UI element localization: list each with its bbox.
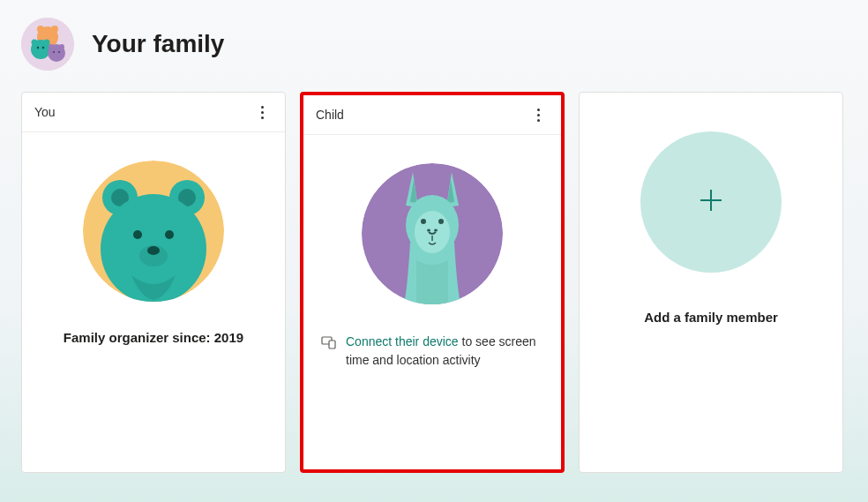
card-title-you: You bbox=[34, 105, 56, 119]
page-header: Your family bbox=[21, 18, 847, 71]
family-card-child: Child bbox=[300, 92, 565, 473]
card-title-child: Child bbox=[316, 108, 344, 122]
connect-device-text: Connect their device to see screen time … bbox=[346, 333, 543, 370]
svg-point-8 bbox=[42, 47, 44, 49]
svg-point-2 bbox=[37, 26, 44, 33]
card-body: Connect their device to see screen time … bbox=[303, 135, 561, 469]
card-body: Family organizer since: 2019 bbox=[22, 132, 285, 472]
card-header: Child bbox=[303, 95, 561, 135]
svg-point-23 bbox=[147, 246, 160, 255]
svg-point-5 bbox=[32, 40, 38, 46]
svg-point-13 bbox=[58, 51, 60, 53]
svg-point-28 bbox=[438, 219, 444, 224]
more-options-button[interactable] bbox=[251, 101, 273, 123]
svg-point-10 bbox=[49, 44, 54, 49]
family-group-avatar bbox=[21, 18, 74, 71]
family-cards-row: You bbox=[21, 92, 847, 473]
you-avatar bbox=[83, 161, 224, 302]
card-body: Add a family member bbox=[580, 93, 842, 472]
page-title: Your family bbox=[92, 30, 224, 58]
card-header: You bbox=[22, 93, 285, 132]
svg-point-29 bbox=[427, 229, 430, 232]
connect-device-link[interactable]: Connect their device bbox=[346, 334, 459, 348]
svg-point-27 bbox=[421, 219, 426, 224]
svg-point-26 bbox=[415, 211, 450, 253]
svg-point-6 bbox=[44, 40, 50, 46]
svg-point-30 bbox=[434, 229, 438, 232]
more-options-button[interactable] bbox=[528, 104, 549, 125]
svg-point-20 bbox=[133, 230, 142, 239]
svg-point-21 bbox=[165, 230, 174, 239]
devices-icon bbox=[321, 334, 337, 354]
add-member-label: Add a family member bbox=[644, 310, 778, 325]
svg-point-11 bbox=[59, 44, 64, 49]
plus-icon bbox=[696, 185, 726, 219]
svg-point-3 bbox=[51, 26, 58, 33]
svg-rect-32 bbox=[329, 341, 335, 348]
svg-point-7 bbox=[37, 47, 39, 49]
add-member-circle[interactable] bbox=[640, 131, 782, 273]
add-family-member-card[interactable]: Add a family member bbox=[579, 92, 843, 473]
connect-device-row: Connect their device to see screen time … bbox=[319, 333, 545, 370]
family-card-you: You bbox=[21, 92, 286, 473]
svg-point-12 bbox=[53, 51, 55, 53]
you-role-text: Family organizer since: 2019 bbox=[64, 330, 243, 345]
child-avatar bbox=[362, 163, 503, 304]
